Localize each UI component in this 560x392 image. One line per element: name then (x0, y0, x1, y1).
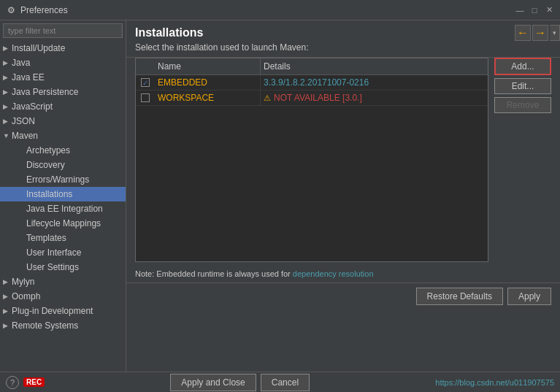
panel-description: Select the installation used to launch M… (135, 42, 551, 53)
sidebar-item-install-update[interactable]: ▶ Install/Update (0, 41, 126, 55)
sidebar-item-discovery[interactable]: Discovery (0, 158, 126, 172)
arrow-icon: ▶ (3, 118, 12, 125)
sidebar-item-maven[interactable]: ▼ Maven (0, 128, 126, 143)
close-button[interactable]: ✕ (544, 5, 554, 15)
sidebar-item-label: Remote Systems (12, 320, 123, 331)
sidebar-item-errors-warnings[interactable]: Errors/Warnings (0, 172, 126, 187)
row-checkbox[interactable] (136, 76, 155, 89)
arrow-icon: ▶ (3, 88, 12, 96)
installation-name: WORKSPACE (158, 93, 214, 103)
sidebar-item-user-settings[interactable]: User Settings (0, 260, 126, 274)
installations-table: Name Details EMBEDDED 3.3.9/1.8.2.201710… (135, 58, 488, 262)
sidebar-item-label: JavaScript (12, 101, 123, 112)
minimize-button[interactable]: — (515, 5, 525, 15)
sidebar-item-label: JSON (12, 116, 123, 126)
sidebar-item-templates[interactable]: Templates (0, 231, 126, 245)
sidebar-item-json[interactable]: ▶ JSON (0, 114, 126, 128)
sidebar-item-java-ee-integration[interactable]: Java EE Integration (0, 201, 126, 216)
forward-button[interactable]: → (532, 25, 548, 41)
maximize-button[interactable]: □ (529, 5, 540, 15)
installation-detail: NOT AVAILABLE [3.0.] (274, 93, 362, 103)
sidebar-item-java-persistence[interactable]: ▶ Java Persistence (0, 85, 126, 99)
title-bar: ⚙ Preferences — □ ✕ (0, 0, 560, 20)
note-link[interactable]: dependency resolution (293, 269, 374, 278)
sidebar-item-label: Maven (12, 131, 123, 141)
table-header: Name Details (136, 58, 488, 75)
sidebar-item-label: Mylyn (12, 277, 123, 287)
bottom-bar-right: Restore Defaults Apply (416, 288, 551, 305)
arrow-icon: ▶ (3, 322, 12, 329)
table-empty (136, 106, 488, 261)
panel-title: Installations (135, 26, 551, 39)
filter-input[interactable] (3, 23, 123, 38)
checkbox-icon[interactable] (141, 78, 150, 87)
apply-button[interactable]: Apply (507, 288, 551, 305)
sidebar-item-oomph[interactable]: ▶ Oomph (0, 289, 126, 304)
note-text: Note: Embedded runtime is always used fo… (126, 265, 560, 283)
arrow-icon: ▶ (3, 103, 12, 110)
sidebar-item-label: User Interface (26, 247, 123, 258)
nav-dropdown[interactable]: ▾ (550, 25, 560, 41)
restore-defaults-button[interactable]: Restore Defaults (416, 288, 503, 305)
edit-button[interactable]: Edit... (494, 78, 551, 94)
th-check (136, 58, 155, 74)
window-icon: ⚙ (6, 5, 16, 15)
footer: ? REC Apply and Close Cancel https://blo… (0, 372, 560, 392)
sidebar-item-label: Installations (26, 189, 123, 199)
rec-indicator[interactable]: REC (23, 377, 45, 387)
sidebar-item-archetypes[interactable]: Archetypes (0, 143, 126, 158)
th-name: Name (155, 58, 261, 74)
sidebar-item-label: Errors/Warnings (26, 174, 123, 185)
warning-icon: ⚠ (264, 93, 271, 103)
add-button[interactable]: Add... (494, 58, 551, 75)
footer-left: ? REC (6, 376, 45, 389)
sidebar-item-label: Java EE Integration (26, 204, 123, 214)
help-icon[interactable]: ? (6, 376, 19, 389)
apply-and-close-button[interactable]: Apply and Close (170, 374, 256, 391)
sidebar-item-mylyn[interactable]: ▶ Mylyn (0, 274, 126, 289)
row-name: WORKSPACE (155, 91, 261, 105)
row-details: 3.3.9/1.8.2.20171007-0216 (261, 75, 488, 90)
sidebar-item-installations[interactable]: Installations (0, 187, 126, 201)
table-row[interactable]: EMBEDDED 3.3.9/1.8.2.20171007-0216 (136, 75, 488, 91)
sidebar-item-label: Install/Update (12, 43, 123, 53)
main-content: ▶ Install/Update ▶ Java ▶ Java EE ▶ Java… (0, 20, 560, 372)
checkbox-icon[interactable] (141, 93, 150, 102)
sidebar-item-remote-systems[interactable]: ▶ Remote Systems (0, 318, 126, 333)
cancel-button[interactable]: Cancel (261, 374, 310, 391)
bottom-bar: Restore Defaults Apply (126, 283, 560, 310)
installation-name: EMBEDDED (158, 77, 207, 88)
arrow-icon: ▼ (3, 132, 12, 139)
sidebar-item-plugin-development[interactable]: ▶ Plug-in Development (0, 304, 126, 318)
note-prefix: Note: Embedded runtime is always used fo… (135, 269, 293, 278)
action-buttons: Add... Edit... Remove (494, 58, 551, 262)
sidebar-item-java[interactable]: ▶ Java (0, 55, 126, 70)
sidebar-item-label: Plug-in Development (12, 306, 123, 316)
sidebar-item-label: Java (12, 58, 123, 68)
arrow-icon: ▶ (3, 45, 12, 52)
row-checkbox[interactable] (136, 91, 155, 104)
table-row[interactable]: WORKSPACE ⚠ NOT AVAILABLE [3.0.] (136, 91, 488, 106)
right-panel: Installations Select the installation us… (126, 20, 560, 372)
sidebar-item-label: Lifecycle Mappings (26, 218, 123, 228)
sidebar-item-label: Java EE (12, 72, 123, 82)
arrow-icon: ▶ (3, 59, 12, 66)
back-button[interactable]: ← (515, 25, 531, 41)
sidebar-item-label: Templates (26, 233, 123, 243)
sidebar-item-user-interface[interactable]: User Interface (0, 245, 126, 260)
remove-button[interactable]: Remove (494, 97, 551, 113)
arrow-icon: ▶ (3, 74, 12, 81)
window-title: Preferences (20, 5, 515, 15)
sidebar-item-label: User Settings (26, 262, 123, 272)
row-name: EMBEDDED (155, 75, 261, 90)
sidebar-item-label: Java Persistence (12, 87, 123, 97)
sidebar: ▶ Install/Update ▶ Java ▶ Java EE ▶ Java… (0, 20, 126, 372)
arrow-icon: ▶ (3, 307, 12, 315)
sidebar-item-java-ee[interactable]: ▶ Java EE (0, 70, 126, 85)
installations-section: Name Details EMBEDDED 3.3.9/1.8.2.201710… (126, 58, 560, 262)
window-controls: — □ ✕ (515, 5, 554, 15)
footer-url[interactable]: https://blog.csdn.net/u011907575 (435, 378, 554, 387)
sidebar-item-lifecycle-mappings[interactable]: Lifecycle Mappings (0, 216, 126, 231)
sidebar-item-javascript[interactable]: ▶ JavaScript (0, 99, 126, 114)
sidebar-item-label: Discovery (26, 160, 123, 170)
